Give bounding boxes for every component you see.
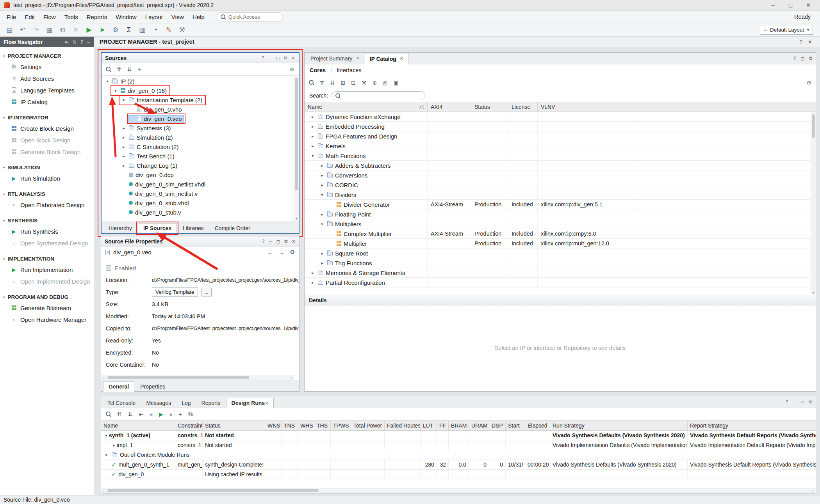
close-icon[interactable]: ✕: [291, 55, 295, 61]
auto-hide-icon[interactable]: ⇤: [65, 39, 69, 45]
tree-item-synthesis-3[interactable]: ▸Synthesis (3): [102, 123, 294, 133]
reset-runs-icon[interactable]: ⇤: [139, 411, 143, 417]
details-view-icon[interactable]: ▣: [393, 80, 398, 86]
column-header-axi4[interactable]: AXI4: [428, 102, 471, 112]
tab-ip-catalog[interactable]: IP Catalog✕: [365, 53, 408, 64]
chevron-right-icon[interactable]: ▸: [310, 134, 316, 138]
catalog-row-partial-reconfiguration[interactable]: ▸Partial Reconfiguration: [305, 278, 816, 287]
tree-item-simulation-2[interactable]: ▸Simulation (2): [102, 133, 294, 142]
edit-icon[interactable]: ✎: [163, 25, 174, 35]
catalog-row-multiplier[interactable]: ▸MultiplierProductionIncludedxilinx.com:…: [305, 239, 816, 248]
tree-item-ip-2[interactable]: ▾IP (2): [102, 76, 294, 86]
close-icon[interactable]: ✕: [400, 56, 403, 61]
chevron-right-icon[interactable]: ▸: [111, 443, 117, 447]
subtab-interfaces[interactable]: Interfaces: [337, 67, 362, 73]
undo-icon[interactable]: ↶: [17, 25, 28, 35]
flownav-item-generate-bitstream[interactable]: Generate Bitstream: [0, 302, 94, 314]
chevron-right-icon[interactable]: ▸: [121, 163, 127, 168]
expand-all-icon[interactable]: ⇊: [330, 80, 335, 86]
search-icon[interactable]: [309, 80, 314, 85]
column-header-report-strategy[interactable]: Report Strategy: [688, 421, 816, 430]
collapse-all-icon[interactable]: ⇈: [117, 411, 122, 417]
tree-item-test-bench-1[interactable]: ▸Test Bench (1): [102, 151, 294, 161]
catalog-search-box[interactable]: [332, 91, 425, 100]
column-header-uram[interactable]: URAM: [469, 421, 489, 430]
chevron-down-icon[interactable]: ▾: [121, 98, 127, 102]
close-icon[interactable]: ✕: [265, 401, 268, 406]
scroll-right-icon[interactable]: ›: [810, 489, 816, 493]
sources-vertical-scrollbar[interactable]: ▾: [294, 76, 299, 221]
scroll-left-icon[interactable]: ‹: [101, 376, 107, 380]
catalog-row-square-root[interactable]: ▸Square Root: [305, 248, 816, 258]
column-header-failed-routes[interactable]: Failed Routes: [385, 421, 421, 430]
flownav-section-simulation[interactable]: ▾SIMULATION: [0, 163, 94, 172]
tab-general[interactable]: General: [103, 382, 134, 392]
catalog-row-cordic[interactable]: ▸CORDIC: [305, 180, 816, 190]
settings-gear-icon[interactable]: ⚙: [290, 249, 295, 256]
chevron-right-icon[interactable]: ▸: [319, 183, 325, 187]
settings-gear-icon[interactable]: ⚙: [806, 80, 811, 86]
quick-access-input[interactable]: [228, 14, 271, 20]
search-icon[interactable]: [106, 67, 111, 72]
flownav-section-program-and-debug[interactable]: ▾PROGRAM AND DEBUG: [0, 292, 94, 302]
tree-item-div-gen-0-stub-v[interactable]: ▸div_gen_0_stub.v: [102, 208, 294, 217]
clock-icon[interactable]: ◔: [150, 25, 161, 35]
float-icon[interactable]: ⧉: [284, 55, 287, 61]
flownav-item-open-implemented-design[interactable]: ›Open Implemented Design: [0, 275, 94, 287]
menu-view[interactable]: View: [167, 12, 188, 22]
column-header-name[interactable]: Name: [101, 421, 175, 430]
flownav-item-open-synthesized-design[interactable]: ›Open Synthesized Design: [0, 237, 94, 249]
expand-all-icon[interactable]: ⇊: [128, 411, 133, 417]
collapse-all-icon[interactable]: ⇈: [117, 66, 121, 73]
scroll-left-icon[interactable]: ‹: [101, 489, 107, 493]
tab-design-runs[interactable]: Design Runs✕: [226, 398, 274, 408]
column-header-name[interactable]: Name∧1: [305, 102, 428, 112]
column-header-dsp[interactable]: DSP: [489, 421, 506, 430]
column-header-constraints[interactable]: Constraints: [175, 421, 203, 430]
chevron-right-icon[interactable]: ▸: [319, 173, 325, 177]
target-icon[interactable]: ◎: [383, 80, 387, 86]
menu-edit[interactable]: Edit: [20, 12, 39, 22]
column-header-wns[interactable]: WNS: [265, 421, 282, 430]
layout-select[interactable]: ≡ Default Layout ▾: [760, 25, 813, 35]
chevron-down-icon[interactable]: ▾: [113, 88, 118, 93]
flownav-item-open-elaborated-design[interactable]: ›Open Elaborated Design: [0, 199, 94, 211]
step-icon[interactable]: ➤: [97, 25, 108, 35]
tree-item-div-gen-0-sim-netlist-v[interactable]: ▸div_gen_0_sim_netlist.v: [102, 189, 294, 198]
tab-log[interactable]: Log: [176, 398, 196, 408]
maximize-icon[interactable]: ◻: [800, 56, 804, 61]
menu-reports[interactable]: Reports: [82, 12, 112, 22]
quick-access-search[interactable]: [217, 12, 283, 21]
catalog-row-floating-point[interactable]: ▸Floating Point: [305, 209, 816, 219]
sum-icon[interactable]: Σ: [123, 25, 134, 35]
flownav-item-add-sources[interactable]: Add Sources: [0, 73, 94, 84]
create-run-icon[interactable]: +: [179, 411, 182, 417]
tree-item-change-log-1[interactable]: ▸Change Log (1): [102, 161, 294, 170]
catalog-search-input[interactable]: [343, 93, 421, 99]
column-header-ff[interactable]: FF: [437, 421, 449, 430]
scroll-down-icon[interactable]: ▾: [294, 217, 299, 220]
run-icon[interactable]: ▶: [84, 25, 94, 35]
float-icon[interactable]: ⧉: [809, 56, 812, 61]
flownav-item-generate-block-design[interactable]: Generate Block Design: [0, 146, 94, 158]
chevron-right-icon[interactable]: ▸: [121, 144, 127, 149]
save-project-icon[interactable]: ▤: [4, 25, 15, 35]
chevron-down-icon[interactable]: ▾: [319, 222, 325, 226]
tree-item-div-gen-0-sim-netlist-vhdl[interactable]: ▸div_gen_0_sim_netlist.vhdl: [102, 179, 294, 189]
chevron-down-icon[interactable]: ▾: [310, 153, 316, 158]
scrollbar-thumb[interactable]: [107, 489, 319, 492]
maximize-icon[interactable]: ◻: [800, 399, 804, 405]
tab-reports[interactable]: Reports: [196, 398, 226, 408]
flownav-item-run-synthesis[interactable]: ▶Run Synthesis: [0, 225, 94, 237]
flownav-item-ip-catalog[interactable]: IP Catalog: [0, 96, 94, 108]
percent-icon[interactable]: %: [188, 411, 193, 417]
catalog-row-multipliers[interactable]: ▾Multipliers: [305, 219, 816, 229]
help-icon[interactable]: ?: [80, 39, 83, 45]
catalog-row-fpga-features-and-design[interactable]: ▸FPGA Features and Design: [305, 131, 816, 141]
sort-icon[interactable]: ⇅: [73, 39, 77, 45]
tab-ip-sources[interactable]: IP Sources: [138, 223, 177, 233]
delete-icon[interactable]: ✕: [70, 25, 81, 35]
run-row-synth-1-active[interactable]: ▾synth_1 (active)constrs_1Not startedViv…: [101, 431, 816, 440]
flownav-item-open-hardware-manager[interactable]: ›Open Hardware Manager: [0, 314, 94, 325]
enabled-checkbox[interactable]: ✓: [106, 265, 111, 271]
